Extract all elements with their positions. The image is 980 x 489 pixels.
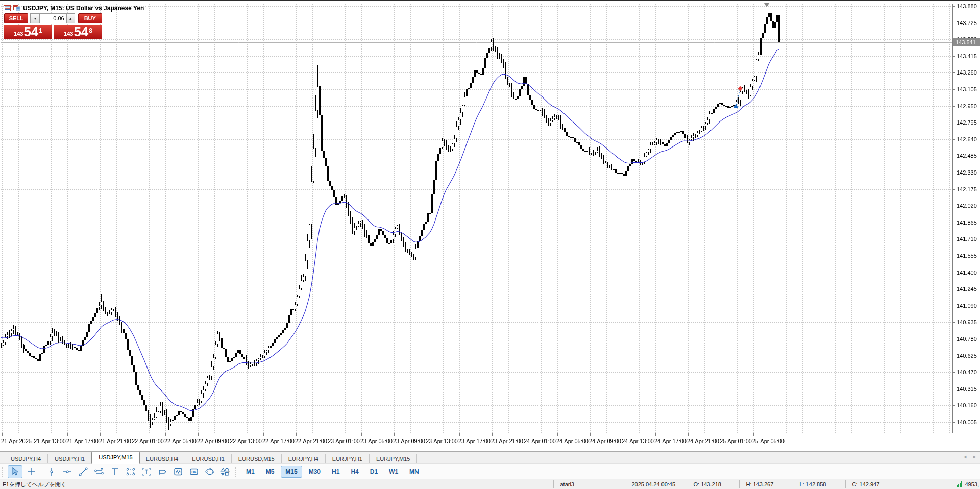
- svg-text:OK: OK: [191, 470, 197, 474]
- lot-size-field[interactable]: 0.06: [40, 13, 66, 23]
- tab-scroll-right-button[interactable]: ►: [972, 454, 977, 459]
- chart-tab-bar: USDJPY,H4USDJPY,H1USDJPY,M15EURUSD,H4EUR…: [0, 451, 980, 464]
- tab-eurjpy-h4[interactable]: EURJPY,H4: [282, 454, 326, 464]
- equidistant-channel-icon[interactable]: [91, 465, 106, 478]
- connection-status: 4953,: [951, 480, 980, 488]
- timeframe-h4-button[interactable]: H4: [346, 466, 363, 478]
- toolbar-separator: [41, 467, 41, 477]
- ask-big-digits: 54: [74, 25, 88, 38]
- tab-scroll-buttons: ◄ ►: [963, 454, 977, 459]
- timeframe-w1-button[interactable]: W1: [384, 466, 403, 478]
- tab-eurusd-h1[interactable]: EURUSD,H1: [185, 454, 232, 464]
- status-high: H: 143.267: [739, 480, 793, 488]
- lot-decrease-button[interactable]: ▼: [30, 13, 40, 23]
- tab-usdjpy-m15[interactable]: USDJPY,M15: [91, 452, 139, 464]
- tab-scroll-left-button[interactable]: ◄: [963, 454, 967, 459]
- chart-canvas[interactable]: [0, 1, 980, 452]
- ellipse-icon[interactable]: [202, 465, 217, 478]
- chart-window: USDJPY, M15: US Dollar vs Japanese Yen S…: [0, 0, 980, 452]
- buy-button[interactable]: BUY: [78, 13, 102, 23]
- status-help-text: F1を押してヘルプを開く: [0, 481, 553, 488]
- timeframe-toolbar-grip[interactable]: [235, 467, 238, 477]
- bid-pip-digit: 1: [39, 26, 42, 34]
- list-icon: [4, 5, 11, 11]
- status-datetime: 2025.04.24 00:45: [625, 480, 687, 488]
- ok-button-icon[interactable]: OK: [186, 465, 201, 478]
- chart-title-text: USDJPY, M15: US Dollar vs Japanese Yen: [23, 5, 144, 12]
- ask-quote-button[interactable]: 143 54 8: [54, 25, 102, 39]
- tab-usdjpy-h4[interactable]: USDJPY,H4: [4, 454, 48, 464]
- timeframe-m1-button[interactable]: M1: [241, 466, 259, 478]
- horizontal-line-icon[interactable]: [60, 465, 75, 478]
- rectangle-icon[interactable]: [123, 465, 138, 478]
- text-label-icon[interactable]: [139, 465, 154, 478]
- chart-tabs: USDJPY,H4USDJPY,H1USDJPY,M15EURUSD,H4EUR…: [0, 452, 417, 464]
- timeframe-m15-button[interactable]: M15: [281, 466, 302, 478]
- toolbar: OK M1M5M15M30H1H4D1W1MN: [0, 463, 980, 479]
- connection-traffic: 4953,: [965, 481, 979, 487]
- vertical-line-icon[interactable]: [44, 465, 59, 478]
- tab-eurjpy-m15[interactable]: EURJPY,M15: [370, 454, 417, 464]
- one-click-trading-panel: SELL ▼ 0.06 ▲ BUY 143 54 1 143 54 8: [4, 13, 102, 39]
- bid-prefix: 143: [14, 31, 23, 37]
- signal-bars-icon: [957, 481, 962, 487]
- price-label-icon[interactable]: [155, 465, 169, 478]
- tab-eurusd-m15[interactable]: EURUSD,M15: [232, 454, 282, 464]
- indicator-icon[interactable]: [170, 465, 185, 478]
- status-bar: F1を押してヘルプを開く atari32025.04.24 00:45O: 14…: [0, 479, 980, 489]
- ask-pip-digit: 8: [89, 26, 92, 34]
- toolbar-grip[interactable]: [2, 467, 5, 477]
- text-icon[interactable]: [107, 465, 122, 478]
- timeframe-m30-button[interactable]: M30: [304, 466, 325, 478]
- tab-eurusd-h4[interactable]: EURUSD,H4: [139, 454, 186, 464]
- tab-usdjpy-h1[interactable]: USDJPY,H1: [48, 454, 92, 464]
- line-studies-toolbar: OK: [7, 465, 233, 478]
- tile-windows-icon: [13, 5, 20, 11]
- bid-big-digits: 54: [23, 25, 38, 38]
- status-low: L: 142.858: [793, 480, 845, 488]
- timeframe-mn-button[interactable]: MN: [405, 466, 424, 478]
- trendline-icon[interactable]: [76, 465, 90, 478]
- toolbar-separator: [427, 467, 427, 477]
- chart-title: USDJPY, M15: US Dollar vs Japanese Yen: [4, 5, 144, 12]
- timeframe-d1-button[interactable]: D1: [365, 466, 382, 478]
- cursor-icon[interactable]: [8, 465, 22, 478]
- lot-increase-button[interactable]: ▲: [67, 13, 75, 23]
- timeframe-m5-button[interactable]: M5: [261, 466, 279, 478]
- shapes-dropdown-icon[interactable]: [218, 465, 233, 478]
- status-account: atari3: [553, 480, 625, 488]
- bid-quote-button[interactable]: 143 54 1: [4, 25, 52, 39]
- crosshair-icon[interactable]: [23, 465, 38, 478]
- timeframes-toolbar: M1M5M15M30H1H4D1W1MN: [240, 466, 425, 478]
- status-open: O: 143.218: [687, 480, 739, 488]
- status-segments: atari32025.04.24 00:45O: 143.218H: 143.2…: [553, 479, 900, 489]
- tab-eurjpy-h1[interactable]: EURJPY,H1: [326, 454, 370, 464]
- status-close: C: 142.947: [845, 480, 900, 488]
- timeframe-h1-button[interactable]: H1: [327, 466, 344, 478]
- sell-button[interactable]: SELL: [4, 13, 28, 23]
- ask-prefix: 143: [64, 31, 73, 37]
- status-empty-segment: [900, 480, 951, 488]
